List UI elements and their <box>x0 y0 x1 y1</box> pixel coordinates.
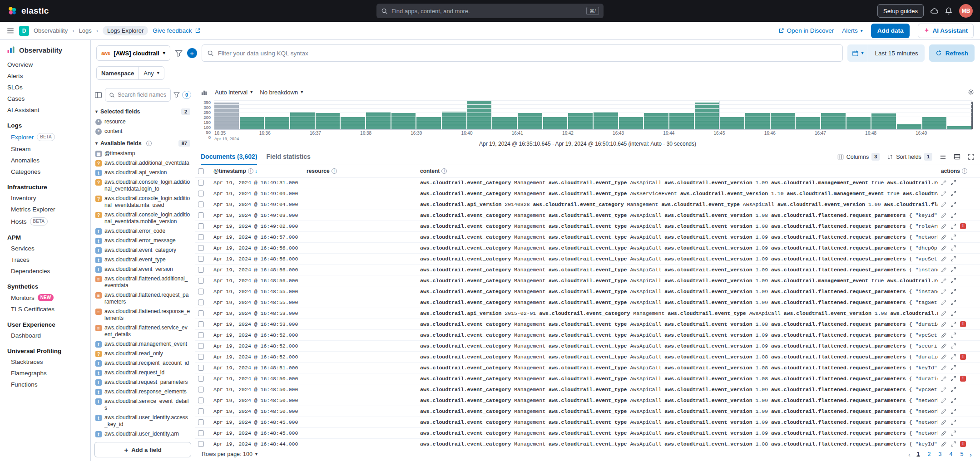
table-row[interactable]: Apr 19, 2024 @ 16:48:56.000aws.cloudtrai… <box>195 275 980 286</box>
edit-icon[interactable] <box>941 212 947 218</box>
add-field-button[interactable]: + Add a field <box>94 442 191 457</box>
time-range-button[interactable]: Last 15 minutes <box>868 50 924 57</box>
row-checkbox[interactable] <box>198 299 204 305</box>
table-row[interactable]: Apr 19, 2024 @ 16:48:51.000aws.cloudtrai… <box>195 362 980 373</box>
sidebar-item-slos[interactable]: SLOs <box>0 82 90 93</box>
row-checkbox[interactable] <box>198 441 204 447</box>
table-row[interactable]: Apr 19, 2024 @ 16:48:55.000aws.cloudtrai… <box>195 297 980 308</box>
expand-document-icon[interactable] <box>950 397 956 403</box>
table-row[interactable]: Apr 19, 2024 @ 16:48:44.000aws.cloudtrai… <box>195 438 980 447</box>
table-row[interactable]: Apr 19, 2024 @ 16:48:50.000aws.cloudtrai… <box>195 384 980 395</box>
field-item[interactable]: taws.cloudtrail.request_parameters <box>94 378 191 387</box>
sidebar-item-services[interactable]: Services <box>0 243 90 254</box>
table-row[interactable]: Apr 19, 2024 @ 16:48:56.000aws.cloudtrai… <box>195 242 980 253</box>
field-item[interactable]: taws.cloudtrail.recipient_account_id <box>94 358 191 368</box>
row-checkbox[interactable] <box>198 180 204 186</box>
sidebar-item-metrics-explorer[interactable]: Metrics Explorer <box>0 204 90 215</box>
fields-list[interactable]: ▾ Selected fields 2 *resource*content ▾ … <box>91 104 195 438</box>
sidebar-item-dashboard[interactable]: Dashboard <box>0 330 90 341</box>
expand-document-icon[interactable] <box>950 419 956 425</box>
tab-field-statistics[interactable]: Field statistics <box>266 149 310 165</box>
table-row[interactable]: Apr 19, 2024 @ 16:48:50.000aws.cloudtrai… <box>195 373 980 384</box>
field-type-filter[interactable]: 0 <box>173 91 191 99</box>
edit-icon[interactable] <box>941 376 947 382</box>
field-item[interactable]: ?aws.cloudtrail.console_login.additional… <box>94 210 191 226</box>
edit-icon[interactable] <box>941 387 947 392</box>
hamburger-menu-icon[interactable] <box>6 27 15 35</box>
columns-button[interactable]: Columns 3 <box>837 153 880 161</box>
avatar[interactable]: MB <box>959 4 973 18</box>
field-item[interactable]: ≡aws.cloudtrail.flattened.additional_eve… <box>94 274 191 290</box>
row-checkbox[interactable] <box>198 387 204 392</box>
sidebar-item-stream[interactable]: Stream <box>0 143 90 155</box>
row-checkbox[interactable] <box>198 212 204 218</box>
field-search[interactable] <box>105 88 171 102</box>
table-row[interactable]: Apr 19, 2024 @ 16:48:52.000aws.cloudtrai… <box>195 340 980 351</box>
select-all-checkbox[interactable] <box>198 168 204 174</box>
row-checkbox[interactable] <box>198 256 204 262</box>
edit-icon[interactable] <box>941 201 947 207</box>
row-checkbox[interactable] <box>198 191 204 196</box>
expand-document-icon[interactable] <box>950 408 956 414</box>
row-checkbox[interactable] <box>198 223 204 229</box>
sidebar-item-inventory[interactable]: Inventory <box>0 192 90 204</box>
field-item[interactable]: ≡aws.cloudtrail.flattened.response_eleme… <box>94 307 191 323</box>
page-button-5[interactable]: 5 <box>957 449 967 459</box>
sidebar-item-flamegraphs[interactable]: Flamegraphs <box>0 368 90 379</box>
edit-icon[interactable] <box>941 354 947 360</box>
tab-documents[interactable]: Documents (3,602) <box>201 149 257 165</box>
row-checkbox[interactable] <box>198 430 204 436</box>
edit-icon[interactable] <box>941 234 947 240</box>
row-checkbox[interactable] <box>198 354 204 360</box>
edit-icon[interactable] <box>941 430 947 436</box>
field-item[interactable]: ≡aws.cloudtrail.flattened.request_parame… <box>94 290 191 307</box>
edit-icon[interactable] <box>941 310 947 316</box>
table-row[interactable]: Apr 19, 2024 @ 16:48:52.000aws.cloudtrai… <box>195 351 980 362</box>
table-row[interactable]: Apr 19, 2024 @ 16:48:45.000aws.cloudtrai… <box>195 417 980 427</box>
resource-column-header[interactable]: resourcei <box>304 165 417 177</box>
table-row[interactable]: Apr 19, 2024 @ 16:49:09.000aws.cloudtrai… <box>195 188 980 199</box>
field-item[interactable]: taws.cloudtrail.error_message <box>94 236 191 245</box>
field-item[interactable]: taws.cloudtrail.event_version <box>94 265 191 274</box>
row-checkbox[interactable] <box>198 408 204 414</box>
available-fields-header[interactable]: ▾ Available fields i 87 <box>94 136 191 149</box>
row-checkbox[interactable] <box>198 419 204 425</box>
expand-document-icon[interactable] <box>950 245 956 251</box>
open-in-discover-link[interactable]: Open in Discover <box>778 27 834 34</box>
field-item[interactable]: *content <box>94 127 191 136</box>
sort-desc-icon[interactable]: ↓ <box>255 168 257 174</box>
cloud-icon[interactable] <box>930 7 938 15</box>
row-checkbox[interactable] <box>198 376 204 382</box>
table-row[interactable]: Apr 19, 2024 @ 16:48:53.000aws.cloudtrai… <box>195 319 980 329</box>
expand-document-icon[interactable] <box>950 387 956 392</box>
field-item[interactable]: taws.cloudtrail.user_identity.arn <box>94 429 191 438</box>
edit-icon[interactable] <box>941 223 947 229</box>
field-item[interactable]: taws.cloudtrail.event_type <box>94 255 191 265</box>
expand-document-icon[interactable] <box>950 376 956 382</box>
field-search-input[interactable] <box>118 92 167 98</box>
row-checkbox[interactable] <box>198 310 204 316</box>
edit-icon[interactable] <box>941 256 947 262</box>
edit-icon[interactable] <box>941 289 947 294</box>
edit-icon[interactable] <box>941 365 947 371</box>
deployment-badge[interactable]: D <box>19 26 29 36</box>
breadcrumb-observability[interactable]: Observability <box>34 27 68 34</box>
sidebar-item-ai-assistant[interactable]: AI Assistant <box>0 104 90 116</box>
expand-document-icon[interactable] <box>950 201 956 207</box>
table-row[interactable]: Apr 19, 2024 @ 16:48:45.000aws.cloudtrai… <box>195 427 980 438</box>
edit-icon[interactable] <box>941 278 947 284</box>
expand-document-icon[interactable] <box>950 212 956 218</box>
expand-document-icon[interactable] <box>950 223 956 229</box>
field-item[interactable]: taws.cloudtrail.api_version <box>94 168 191 177</box>
interval-dropdown[interactable]: Auto interval▾ <box>215 89 252 96</box>
dataset-selector[interactable]: aws [AWS] cloudtrail ▾ <box>96 45 170 61</box>
sidebar-item-categories[interactable]: Categories <box>0 166 90 177</box>
setup-guides-button[interactable]: Setup guides <box>877 4 924 18</box>
table-row[interactable]: Apr 19, 2024 @ 16:48:56.000aws.cloudtrai… <box>195 253 980 264</box>
ai-assistant-button[interactable]: AI Assistant <box>918 24 974 38</box>
content-column-header[interactable]: contenti <box>417 165 938 177</box>
selected-fields-header[interactable]: ▾ Selected fields 2 <box>94 104 191 117</box>
add-data-button[interactable]: Add data <box>871 24 910 38</box>
edit-icon[interactable] <box>941 180 947 186</box>
notifications-icon[interactable] <box>945 7 953 15</box>
